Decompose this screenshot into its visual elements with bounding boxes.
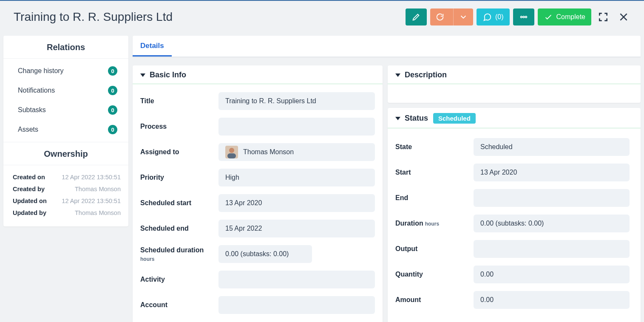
sched-end-label: Scheduled end <box>140 224 218 233</box>
process-label: Process <box>140 122 218 131</box>
svg-point-2 <box>525 16 527 18</box>
pencil-icon <box>411 12 421 22</box>
priority-field[interactable]: High <box>218 169 375 186</box>
quantity-field[interactable]: 0.00 <box>474 266 630 283</box>
duration-field[interactable]: 0.00 (subtasks: 0.00) <box>474 215 630 232</box>
refresh-icon <box>435 12 445 22</box>
comments-button[interactable]: (0) <box>477 8 510 25</box>
chevron-down-icon <box>459 12 468 22</box>
relation-label: Notifications <box>18 87 55 94</box>
relation-change-history[interactable]: Change history 0 <box>3 61 128 81</box>
created-by-label: Created by <box>13 186 45 192</box>
relation-count: 0 <box>108 125 117 134</box>
account-label: Account <box>140 301 218 309</box>
svg-point-0 <box>520 16 522 18</box>
avatar <box>225 146 238 158</box>
check-icon <box>544 12 553 22</box>
updated-on-label: Updated on <box>13 198 47 204</box>
end-label: End <box>395 194 474 202</box>
comment-icon <box>482 12 492 22</box>
tab-details[interactable]: Details <box>133 36 172 56</box>
start-label: Start <box>395 168 474 177</box>
collapse-icon[interactable] <box>395 117 400 120</box>
relation-label: Assets <box>18 126 38 133</box>
relation-label: Subtasks <box>18 106 46 114</box>
description-card: Description <box>388 65 641 103</box>
more-button[interactable] <box>513 8 534 25</box>
svg-point-3 <box>229 148 234 153</box>
close-icon <box>618 11 629 23</box>
output-field[interactable] <box>474 240 630 258</box>
relation-assets[interactable]: Assets 0 <box>3 120 128 139</box>
ownership-title: Ownership <box>3 142 128 165</box>
relation-count: 0 <box>108 86 117 95</box>
sched-start-label: Scheduled start <box>140 199 218 207</box>
refresh-split-button[interactable] <box>430 8 473 25</box>
status-card: Status Scheduled State Scheduled Start 1… <box>388 108 641 322</box>
comments-count: (0) <box>495 13 504 21</box>
sched-end-field[interactable]: 15 Apr 2022 <box>218 220 375 237</box>
svg-rect-4 <box>227 153 236 158</box>
end-field[interactable] <box>474 189 630 207</box>
assigned-field[interactable]: Thomas Monson <box>218 143 375 161</box>
relation-subtasks[interactable]: Subtasks 0 <box>3 100 128 120</box>
refresh-button[interactable] <box>430 8 450 25</box>
account-field[interactable] <box>218 296 375 314</box>
complete-button[interactable]: Complete <box>538 8 591 25</box>
relations-panel: Relations Change history 0 Notifications… <box>3 36 128 226</box>
output-label: Output <box>395 245 474 253</box>
activity-field[interactable] <box>218 271 375 288</box>
amount-label: Amount <box>395 296 474 304</box>
title-label: Title <box>140 97 218 105</box>
collapse-icon[interactable] <box>140 73 145 77</box>
assigned-label: Assigned to <box>140 148 218 156</box>
quantity-label: Quantity <box>395 270 474 279</box>
refresh-dropdown-toggle[interactable] <box>453 8 473 25</box>
close-button[interactable] <box>615 8 632 25</box>
relation-count: 0 <box>108 66 117 76</box>
edit-button[interactable] <box>406 8 427 25</box>
relation-count: 0 <box>108 105 117 115</box>
sched-start-field[interactable]: 13 Apr 2020 <box>218 194 375 212</box>
amount-field[interactable]: 0.00 <box>474 291 630 309</box>
updated-on-value: 12 Apr 2022 13:50:51 <box>62 198 121 204</box>
ownership-grid: Created on12 Apr 2022 13:50:51 Created b… <box>3 165 128 226</box>
description-body[interactable] <box>388 84 641 103</box>
updated-by-label: Updated by <box>13 209 46 216</box>
header-actions: (0) Complete <box>406 8 632 25</box>
sched-dur-label: Scheduled duration hours <box>140 246 218 263</box>
basic-info-card: Basic Info Title Training to R. R. Suppl… <box>133 65 383 322</box>
fullscreen-icon <box>598 11 609 23</box>
created-by-value: Thomas Monson <box>75 186 121 192</box>
process-field[interactable] <box>218 118 375 136</box>
created-on-value: 12 Apr 2022 13:50:51 <box>62 174 121 181</box>
more-icon <box>519 12 528 22</box>
title-field[interactable]: Training to R. R. Suppliers Ltd <box>218 92 375 110</box>
status-heading: Status <box>405 114 428 123</box>
status-badge: Scheduled <box>433 113 476 124</box>
tabs: Details <box>133 36 641 57</box>
priority-label: Priority <box>140 173 218 182</box>
start-field[interactable]: 13 Apr 2020 <box>474 164 630 181</box>
state-label: State <box>395 143 474 151</box>
created-on-label: Created on <box>13 174 45 181</box>
relation-notifications[interactable]: Notifications 0 <box>3 81 128 100</box>
updated-by-value: Thomas Monson <box>75 209 121 216</box>
page-title: Training to R. R. Suppliers Ltd <box>14 10 406 24</box>
complete-label: Complete <box>556 13 585 21</box>
assigned-value: Thomas Monson <box>243 148 294 156</box>
sched-dur-field[interactable]: 0.00 (subtasks: 0.00) <box>218 245 312 263</box>
activity-label: Activity <box>140 275 218 284</box>
relations-title: Relations <box>3 36 128 59</box>
svg-point-1 <box>523 16 525 18</box>
state-field[interactable]: Scheduled <box>474 138 630 156</box>
basic-info-heading: Basic Info <box>150 71 186 79</box>
description-heading: Description <box>405 71 447 79</box>
fullscreen-button[interactable] <box>595 8 612 25</box>
relation-label: Change history <box>18 67 64 75</box>
collapse-icon[interactable] <box>395 73 400 77</box>
duration-label: Durationhours <box>395 219 474 228</box>
